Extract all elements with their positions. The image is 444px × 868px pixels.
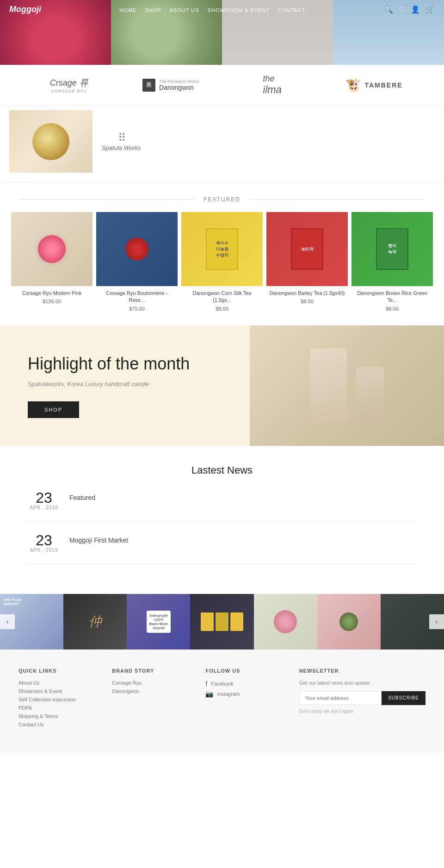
footer-follow-us: FOLLOW US f Facebook 📷 Instagram: [205, 668, 290, 730]
featured-price-2: $75.00: [96, 306, 178, 312]
spatula-flower: [32, 123, 69, 160]
danongwon-name: Danongwon: [159, 84, 199, 91]
footer-link-pdpa[interactable]: PDPA: [18, 705, 103, 711]
highlight-image: [250, 325, 444, 446]
news-title-2: Moggoji First Market: [69, 533, 128, 544]
highlight-banner: Highlight of the month Spatulaworks, Kor…: [0, 325, 444, 446]
instagram-cell-5[interactable]: [254, 594, 317, 649]
featured-item-4[interactable]: 보리차 Danongwon Barley Tea (1.5gx40) $8.00: [266, 212, 348, 312]
featured-grid: Corsage Ryu Modern Pink $126.00 Corsage …: [0, 207, 444, 325]
spatula-logo[interactable]: ⠿ Spatula Works: [102, 131, 141, 151]
news-date-1: 23 APR , 2018: [28, 490, 60, 510]
footer-instagram-link[interactable]: 📷 Instagram: [205, 690, 290, 698]
product-pack-3: [230, 612, 243, 631]
featured-item-3[interactable]: 옥수수다농원수염차 Danongwon Corn Silk Tea (1.5gx…: [181, 212, 263, 312]
instagram-gallery: 2ND FLEAMARKET 仲 Sabuyngeli100%Black Bea…: [0, 594, 444, 649]
corsage-red-flower: [125, 237, 148, 261]
footer-link-contact[interactable]: Contact Us: [18, 722, 103, 727]
featured-img-corsage1: [11, 212, 92, 286]
featured-name-1: Corsage Ryu Modern Pink: [11, 290, 92, 297]
product-pack-2: [216, 612, 228, 631]
footer-brand-corsage[interactable]: Corsage Ryu: [112, 680, 196, 686]
corsage-pink-flower: [38, 235, 66, 263]
featured-img-tea1: 옥수수다농원수염차: [181, 212, 263, 286]
featured-item-1[interactable]: Corsage Ryu Modern Pink $126.00: [11, 212, 92, 312]
newsletter-subscribe-button[interactable]: SUBSCRIBE: [382, 691, 426, 705]
site-logo[interactable]: Moggoji: [9, 5, 41, 14]
highlight-shop-button[interactable]: SHOP: [28, 401, 79, 418]
footer-brand-danongwon[interactable]: Danongwon: [112, 688, 196, 694]
spatula-lines-icon: ⠿: [118, 131, 124, 144]
nav-showroom[interactable]: SHOWROOM & EVENT: [208, 7, 270, 13]
gallery-arrow-right[interactable]: ›: [429, 614, 444, 629]
brand-tambere[interactable]: 🐮 TAMBERE: [345, 77, 402, 93]
featured-divider: FEATURED: [0, 182, 444, 207]
tambere-icon: 🐮: [345, 77, 362, 93]
news-date-2: 23 APR , 2018: [28, 533, 60, 553]
main-nav: Moggoji HOME SHOP ABOUT US SHOWROOM & EV…: [0, 0, 444, 19]
footer-quick-links: QUICK LINKS About Us Showroom & Event Se…: [18, 668, 103, 730]
newsletter-description: Get our latest news and update: [299, 680, 426, 686]
candle-jar-right: [356, 367, 384, 423]
nav-home[interactable]: HOME: [119, 7, 136, 13]
instagram-cell-6[interactable]: [317, 594, 381, 649]
corsage-flower-insta: [274, 610, 297, 633]
news-day-1: 23: [28, 490, 60, 505]
danongwon-icon: 農: [142, 79, 155, 92]
newsletter-note: Don't worry we don't spam: [299, 709, 426, 714]
nav-contact[interactable]: CONTACT: [278, 7, 305, 13]
corsage-ryu-logo: Crsage 류: [50, 76, 88, 89]
footer-link-about[interactable]: About Us: [18, 680, 103, 686]
gallery-arrow-left[interactable]: ‹: [0, 614, 15, 629]
featured-price-1: $126.00: [11, 299, 92, 304]
footer-link-showroom[interactable]: Showroom & Event: [18, 688, 103, 694]
facebook-icon: f: [205, 680, 207, 687]
featured-name-5: Danongwon Brown Rice Green Te...: [352, 290, 433, 304]
news-item-1[interactable]: 23 APR , 2018 Featured: [28, 490, 416, 522]
nav-about[interactable]: ABOUT US: [170, 7, 199, 13]
wishlist-icon[interactable]: ♡: [399, 5, 405, 14]
product-pack-1: [201, 612, 214, 631]
footer: QUICK LINKS About Us Showroom & Event Se…: [0, 649, 444, 753]
featured-price-5: $8.00: [352, 306, 433, 312]
footer-follow-title: FOLLOW US: [205, 668, 290, 674]
footer-brand-story: BRAND STORY Corsage Ryu Danongwon: [112, 668, 196, 730]
candle-jar-left: [310, 349, 347, 423]
newsletter-form: SUBSCRIBE: [299, 691, 426, 705]
featured-name-3: Danongwon Corn Silk Tea (1.5gx...: [181, 290, 263, 304]
footer-facebook-link[interactable]: f Facebook: [205, 680, 290, 687]
instagram-cell-3[interactable]: Sabuyngeli100%Black BeanSoymill: [127, 594, 190, 649]
instagram-cell-2[interactable]: 仲: [63, 594, 127, 649]
news-day-2: 23: [28, 533, 60, 548]
featured-img-tea2: 보리차: [266, 212, 348, 286]
news-item-2[interactable]: 23 APR , 2018 Moggoji First Market: [28, 533, 416, 564]
latest-news-title: Lastest News: [28, 464, 416, 476]
newsletter-email-input[interactable]: [299, 691, 382, 705]
news-title-1: Featured: [69, 490, 95, 501]
featured-name-4: Danongwon Barley Tea (1.5gx40): [266, 290, 348, 297]
instagram-icon: 📷: [205, 690, 213, 698]
green-flower-insta: [339, 612, 358, 631]
brand-danongwon[interactable]: 農 The Plantation Works Danongwon: [142, 79, 199, 92]
featured-item-2[interactable]: Corsage Ryu Boutonniere - Rose... $75.00: [96, 212, 178, 312]
brand-corsage-ryu[interactable]: Crsage 류 CORSAGE RYU: [41, 76, 97, 94]
instagram-cell-4[interactable]: [190, 594, 253, 649]
search-icon[interactable]: 🔍: [384, 5, 393, 14]
footer-brand-story-title: BRAND STORY: [112, 668, 196, 674]
tea-box-green: 현미녹차: [376, 228, 408, 270]
tea-box-red: 보리차: [291, 228, 323, 270]
cart-icon[interactable]: 🛒: [426, 5, 435, 14]
account-icon[interactable]: 👤: [411, 5, 420, 14]
footer-link-shipping[interactable]: Shipping & Terms: [18, 713, 103, 719]
instagram-row: 2ND FLEAMARKET 仲 Sabuyngeli100%Black Bea…: [0, 594, 444, 649]
highlight-text-block: Highlight of the month Spatulaworks, Kor…: [28, 353, 190, 418]
featured-item-5[interactable]: 현미녹차 Danongwon Brown Rice Green Te... $8…: [352, 212, 433, 312]
nav-shop[interactable]: SHOP: [145, 7, 161, 13]
footer-link-collection[interactable]: Self Collection Instruciton: [18, 697, 103, 702]
highlight-subtitle: Spatulaworks, Korea Luxury handcraft can…: [28, 381, 190, 387]
latest-news-section: Lastest News 23 APR , 2018 Featured 23 A…: [0, 446, 444, 594]
footer-grid: QUICK LINKS About Us Showroom & Event Se…: [18, 668, 426, 730]
brand-logos-row: Crsage 류 CORSAGE RYU 農 The Plantation Wo…: [0, 65, 444, 106]
brand-ilma[interactable]: the ilma: [245, 74, 300, 96]
danongwon-sub1: The Plantation Works: [159, 79, 199, 84]
